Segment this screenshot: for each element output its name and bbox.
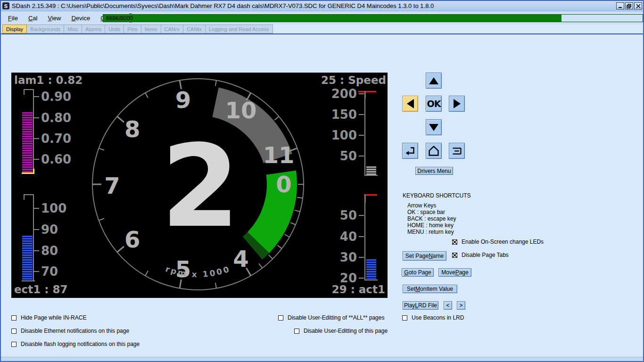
- tab-display[interactable]: Display: [2, 25, 27, 33]
- close-button[interactable]: [634, 2, 642, 9]
- menu-device[interactable]: Device: [66, 13, 95, 23]
- math-ops-progress: 6696/8000: [103, 14, 643, 22]
- tab-alarms[interactable]: Alarms: [82, 25, 105, 33]
- checkbox-icon[interactable]: [452, 239, 457, 245]
- svg-text:6: 6: [124, 226, 140, 253]
- tab-pins[interactable]: Pins: [124, 25, 141, 33]
- window-controls: [616, 2, 642, 9]
- gauge-tick-label: 20: [312, 272, 357, 284]
- dash-preview[interactable]: 045678910112rpm x 1000 lam1 : 0.82 0.90 …: [11, 73, 388, 298]
- menu-view[interactable]: View: [42, 13, 66, 23]
- gauge-tick-label: 100: [41, 202, 66, 214]
- gauge-tick: [34, 229, 39, 230]
- checkbox-label: Disable Page Tabs: [462, 252, 509, 258]
- nav-menu-button[interactable]: [449, 143, 465, 159]
- checkbox-label: Use Beacons in LRD: [412, 314, 464, 321]
- nav-down-button[interactable]: [426, 119, 442, 135]
- checkbox-hide-page-in-race[interactable]: Hide Page while IN-RACE: [11, 314, 86, 321]
- gauge-axis: [364, 91, 365, 175]
- shortcut-line: MENU : return key: [407, 229, 471, 235]
- move-page-button[interactable]: Move Page: [438, 268, 471, 277]
- tab-logging-read-access[interactable]: Logging and Read Access: [205, 25, 273, 33]
- menubar: File Cal View Device Options Math Ops 66…: [1, 11, 643, 25]
- window-title: SDash 2.15.349 : C:\Users\Public\Documen…: [12, 2, 616, 9]
- gauge-tick: [34, 96, 39, 97]
- set-page-name-button[interactable]: Set Page Name: [403, 251, 446, 261]
- svg-text:rpm x 1000: rpm x 1000: [164, 264, 231, 279]
- checkbox-disable-user-editing-this-page[interactable]: Disable User-Editting of this page: [294, 328, 388, 334]
- checkbox-icon[interactable]: [11, 315, 17, 321]
- checkbox-icon[interactable]: [278, 315, 283, 321]
- checkbox-enable-onscreen-leds[interactable]: Enable On-Screen change LEDs: [452, 239, 544, 245]
- restore-button[interactable]: [625, 2, 633, 9]
- play-lrd-file-button[interactable]: Play LRD File: [403, 301, 438, 310]
- gauge-axis: [364, 194, 365, 280]
- menu-file[interactable]: File: [3, 13, 23, 23]
- shortcut-line: BACK : escape key: [407, 215, 471, 222]
- svg-text:7: 7: [104, 173, 120, 199]
- menu-icon: [449, 143, 464, 159]
- gauge-tick: [359, 93, 364, 94]
- svg-text:0: 0: [276, 171, 291, 197]
- tab-cantx[interactable]: CANtx: [183, 25, 206, 33]
- drivers-menu-button[interactable]: Drivers Menu: [415, 167, 453, 175]
- nav-back-button[interactable]: [402, 143, 418, 159]
- left-arrow-icon: [407, 99, 414, 108]
- titlebar: S SDash 2.15.349 : C:\Users\Public\Docum…: [1, 1, 643, 11]
- checkbox-icon[interactable]: [11, 329, 17, 334]
- gauge-bar-act1: [366, 259, 376, 279]
- gauge-label-ect1: ect1 : 87: [14, 283, 67, 296]
- nav-ok-button[interactable]: OK: [426, 96, 442, 112]
- gauge-tick: [359, 156, 364, 156]
- gauge-bracket: [24, 89, 25, 95]
- gauge-label-lam1: lam1 : 0.82: [14, 74, 83, 86]
- tab-canrx[interactable]: CANrx: [161, 25, 183, 33]
- rpm-dial: 045678910112rpm x 1000: [11, 73, 388, 298]
- close-icon: [636, 4, 641, 8]
- gauge-label-speed: 25 : Speed: [321, 74, 386, 86]
- checkbox-icon[interactable]: [294, 329, 299, 334]
- checkbox-icon[interactable]: [452, 253, 457, 258]
- nav-home-button[interactable]: [426, 143, 442, 159]
- checkbox-disable-page-tabs[interactable]: Disable Page Tabs: [452, 252, 509, 258]
- nav-left-button[interactable]: [402, 96, 418, 112]
- lrd-next-button[interactable]: >: [457, 301, 465, 310]
- svg-text:8: 8: [124, 116, 140, 142]
- svg-text:2: 2: [161, 121, 240, 253]
- gauge-tick-label: 0.90: [41, 90, 71, 103]
- nav-right-button[interactable]: [449, 96, 465, 112]
- checkbox-label: Disasble flash logging notifications on …: [21, 341, 140, 347]
- minimize-button[interactable]: [616, 2, 624, 9]
- checkbox-label: Enable On-Screen change LEDs: [462, 239, 544, 245]
- checkbox-disable-flash-logging-notifications[interactable]: Disasble flash logging notifications on …: [11, 341, 140, 347]
- checkbox-use-beacons-in-lrd[interactable]: Use Beacons in LRD: [402, 314, 464, 321]
- checkbox-label: Disable User-Editting of this page: [304, 328, 388, 334]
- tab-misc[interactable]: Misc: [64, 25, 82, 33]
- gauge-tick-label: 80: [41, 245, 58, 257]
- checkbox-disable-ethernet-notifications[interactable]: Disasble Ethernet notifications on this …: [11, 328, 129, 334]
- svg-text:9: 9: [175, 87, 191, 113]
- gauge-max-marker-act1: [364, 194, 377, 196]
- tab-items[interactable]: Items: [141, 25, 161, 33]
- checkbox-icon[interactable]: [402, 315, 407, 321]
- drivers-menu-label: Drivers Menu: [417, 168, 451, 174]
- gauge-max-marker-speed: [358, 91, 376, 92]
- gauge-tick: [34, 271, 39, 272]
- checkbox-icon[interactable]: [11, 342, 17, 347]
- app-icon-letter: S: [4, 3, 8, 9]
- gauge-tick-label: 200: [312, 88, 357, 100]
- gauge-tick: [359, 257, 364, 258]
- menu-cal[interactable]: Cal: [23, 13, 43, 23]
- gauge-tick-label: 70: [41, 265, 58, 278]
- gauge-tick: [34, 159, 39, 160]
- nav-up-button[interactable]: [426, 73, 442, 89]
- gauge-bracket: [24, 194, 34, 195]
- goto-page-button[interactable]: Goto Page: [402, 268, 434, 277]
- gauge-tick-label: 40: [312, 230, 357, 243]
- tab-backgrounds[interactable]: Backgrounds: [26, 25, 64, 33]
- gauge-tick-label: 150: [312, 108, 357, 121]
- set-monitem-value-button[interactable]: Set MonItem Value: [403, 285, 457, 293]
- checkbox-disable-user-editing-all-pages[interactable]: Disable User-Editting of **ALL** pages: [278, 314, 384, 321]
- tab-units[interactable]: Units: [105, 25, 124, 33]
- lrd-prev-button[interactable]: <: [444, 301, 452, 310]
